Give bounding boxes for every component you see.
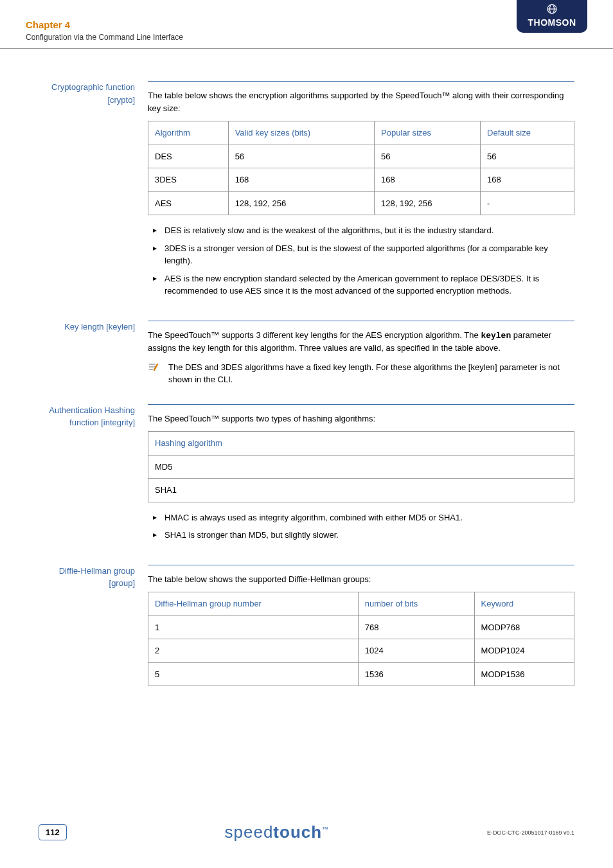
list-item: AES is the new encryption standard selec…: [150, 272, 574, 297]
cell: AES: [148, 191, 229, 215]
table-row: SHA1: [148, 479, 574, 502]
list-item: DES is relatively slow and is the weakes…: [150, 224, 574, 237]
section-label: Cryptographic function [crypto]: [39, 81, 148, 303]
list-item: SHA1 is stronger than MD5, but slightly …: [150, 529, 574, 542]
col-header: Hashing algorithm: [148, 432, 574, 456]
bullet-list: HMAC is always used as integrity algorit…: [148, 511, 574, 542]
label-text: [group]: [109, 578, 135, 588]
section-body: The SpeedTouch™ supports 3 different key…: [148, 321, 574, 386]
page-header: Chapter 4 Configuration via the Command …: [0, 0, 613, 49]
section-body: The table below shows the supported Diff…: [148, 565, 574, 696]
bullet-list: DES is relatively slow and is the weakes…: [148, 224, 574, 297]
col-header: Popular sizes: [375, 121, 481, 145]
cell: 2: [148, 639, 359, 663]
cell: 56: [228, 145, 374, 168]
section-label: Authentication Hashing function [integri…: [39, 404, 148, 547]
label-text: Cryptographic function: [51, 82, 135, 92]
note-icon: [148, 361, 161, 378]
cell: 168: [481, 168, 574, 192]
section-integrity: Authentication Hashing function [integri…: [39, 404, 574, 547]
page-content: Cryptographic function [crypto] The tabl…: [0, 49, 613, 695]
table-header-row: Algorithm Valid key sizes (bits) Popular…: [148, 121, 574, 145]
cell: 128, 192, 256: [375, 191, 481, 215]
label-text: [crypto]: [107, 95, 135, 105]
document-id: E-DOC-CTC-20051017-0169 v0.1: [487, 829, 574, 836]
cell: 168: [228, 168, 374, 192]
logo-part: speed: [225, 822, 274, 842]
cell: 56: [375, 145, 481, 168]
col-header: Default size: [481, 121, 574, 145]
chapter-title: Chapter 4: [26, 19, 183, 30]
list-item: HMAC is always used as integrity algorit…: [150, 511, 574, 524]
hashing-table: Hashing algorithm MD5 SHA1: [148, 431, 574, 502]
section-crypto: Cryptographic function [crypto] The tabl…: [39, 81, 574, 303]
section-body: The table below shows the encryption alg…: [148, 81, 574, 303]
page-number: 112: [39, 824, 67, 840]
intro-text: The table below shows the encryption alg…: [148, 89, 574, 114]
globe-icon: [526, 4, 578, 16]
keyword: keylen: [481, 331, 511, 341]
intro-text: The table below shows the supported Diff…: [148, 573, 574, 586]
cell: 168: [375, 168, 481, 192]
col-header: Keyword: [474, 592, 574, 616]
col-header: number of bits: [358, 592, 474, 616]
cell: 768: [358, 616, 474, 639]
cell: DES: [148, 145, 229, 168]
label-text: Diffie-Hellman group: [59, 566, 135, 576]
col-header: Diffie-Hellman group number: [148, 592, 359, 616]
table-row: 1 768 MODP768: [148, 616, 574, 639]
table-header-row: Diffie-Hellman group number number of bi…: [148, 592, 574, 616]
col-header: Algorithm: [148, 121, 229, 145]
cell: 128, 192, 256: [228, 191, 374, 215]
page-footer: 112 speedtouch™ E-DOC-CTC-20051017-0169 …: [0, 822, 613, 842]
note-text: The DES and 3DES algorithms have a fixed…: [168, 361, 574, 386]
section-group: Diffie-Hellman group [group] The table b…: [39, 565, 574, 696]
table-row: 2 1024 MODP1024: [148, 639, 574, 663]
cell: 3DES: [148, 168, 229, 192]
table-row: DES 56 56 56: [148, 145, 574, 168]
cell: 1024: [358, 639, 474, 663]
brand-logo: THOMSON: [517, 0, 587, 33]
crypto-table: Algorithm Valid key sizes (bits) Popular…: [148, 121, 574, 215]
table-row: MD5: [148, 455, 574, 479]
list-item: 3DES is a stronger version of DES, but i…: [150, 242, 574, 267]
note: The DES and 3DES algorithms have a fixed…: [148, 361, 574, 386]
table-row: AES 128, 192, 256 128, 192, 256 -: [148, 191, 574, 215]
table-header-row: Hashing algorithm: [148, 432, 574, 456]
cell: MODP768: [474, 616, 574, 639]
section-keylen: Key length [keylen] The SpeedTouch™ supp…: [39, 321, 574, 386]
section-body: The SpeedTouch™ supports two types of ha…: [148, 404, 574, 547]
body-text: The SpeedTouch™ supports 3 different key…: [148, 329, 574, 355]
label-text: Key length [keylen]: [64, 322, 135, 332]
cell: MD5: [148, 455, 574, 479]
chapter-subtitle: Configuration via the Command Line Inter…: [26, 33, 183, 42]
cell: MODP1536: [474, 662, 574, 686]
label-text: function [integrity]: [69, 418, 135, 427]
text-fragment: The SpeedTouch™ supports 3 different key…: [148, 330, 481, 340]
header-left: Chapter 4 Configuration via the Command …: [26, 19, 183, 42]
logo-part: touch: [273, 822, 322, 842]
col-header: Valid key sizes (bits): [228, 121, 374, 145]
cell: -: [481, 191, 574, 215]
dh-table: Diffie-Hellman group number number of bi…: [148, 592, 574, 686]
brand-name: THOMSON: [526, 17, 578, 28]
cell: 1536: [358, 662, 474, 686]
intro-text: The SpeedTouch™ supports two types of ha…: [148, 412, 574, 425]
trademark-icon: ™: [322, 826, 329, 833]
table-row: 3DES 168 168 168: [148, 168, 574, 192]
cell: 56: [481, 145, 574, 168]
cell: MODP1024: [474, 639, 574, 663]
table-row: 5 1536 MODP1536: [148, 662, 574, 686]
section-label: Diffie-Hellman group [group]: [39, 565, 148, 696]
section-label: Key length [keylen]: [39, 321, 148, 386]
cell: 5: [148, 662, 359, 686]
cell: 1: [148, 616, 359, 639]
label-text: Authentication Hashing: [49, 405, 135, 415]
cell: SHA1: [148, 479, 574, 502]
footer-logo: speedtouch™: [225, 822, 330, 842]
